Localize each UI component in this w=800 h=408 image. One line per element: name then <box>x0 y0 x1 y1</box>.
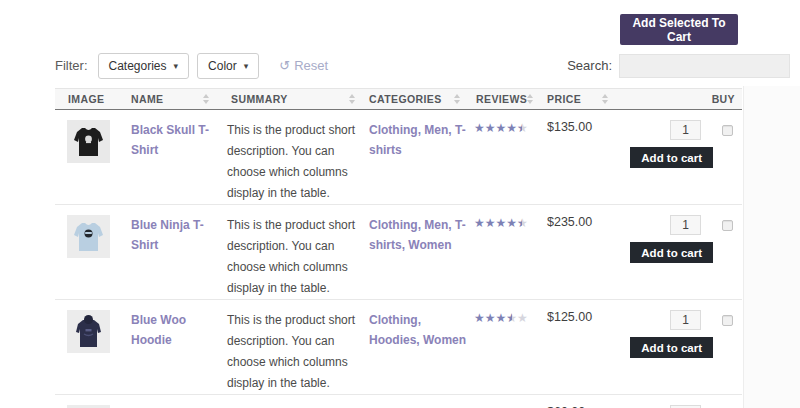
product-categories-links[interactable]: Clothing, Men, T-shirts, Women <box>369 215 474 255</box>
product-summary: This is the product short description. Y… <box>223 110 369 204</box>
image-cell <box>55 300 119 353</box>
product-price: $60.00 <box>547 395 622 408</box>
add-to-cart-button[interactable]: Add to cart <box>630 337 713 358</box>
select-product-checkbox[interactable] <box>722 220 733 231</box>
product-table: IMAGE NAME SUMMARY CATEGORIES REVIEWS PR… <box>55 88 742 408</box>
star-rating: ★★★★★★ <box>474 205 547 230</box>
color-filter-label: Color <box>208 59 237 73</box>
chevron-down-icon: ▾ <box>174 61 179 71</box>
search-label: Search: <box>567 58 612 73</box>
search-input[interactable] <box>619 54 790 78</box>
column-header-summary[interactable]: SUMMARY <box>223 93 369 105</box>
column-header-price[interactable]: PRICE <box>547 93 622 105</box>
categories-filter-label: Categories <box>109 59 167 73</box>
buy-cell: Add to cart <box>622 300 742 358</box>
product-name-link[interactable]: Blue Ninja T-Shirt <box>119 215 223 255</box>
column-header-categories[interactable]: CATEGORIES <box>369 93 474 105</box>
column-header-reviews[interactable]: REVIEWS <box>474 93 547 105</box>
product-summary: This is the product short description. Y… <box>223 300 369 394</box>
black-skull-t-shirt-thumbnail[interactable] <box>67 120 110 163</box>
blue-woo-hoodie-thumbnail[interactable] <box>67 310 110 353</box>
table-toolbar: Filter: Categories ▾ Color ▾ ↺ Reset Sea… <box>55 52 790 79</box>
column-header-image: IMAGE <box>55 93 119 105</box>
color-filter-dropdown[interactable]: Color ▾ <box>197 53 259 79</box>
product-price: $125.00 <box>547 300 622 324</box>
image-cell <box>55 205 119 258</box>
product-name-link[interactable]: Black Skull T-Shirt <box>119 120 223 160</box>
reset-filters-link[interactable]: ↺ Reset <box>279 58 328 73</box>
product-categories-links[interactable]: Clothing, Hoodies, Women <box>369 310 474 350</box>
star-rating: ★★★★★★ <box>474 395 547 408</box>
page-right-gutter <box>743 86 800 408</box>
product-name-link[interactable]: Blue Woo Hoodie <box>119 310 223 350</box>
add-selected-to-cart-button[interactable]: Add Selected To Cart <box>620 14 738 45</box>
product-summary: This is the product short description. Y… <box>223 395 369 408</box>
reset-label: Reset <box>294 58 328 73</box>
add-to-cart-button[interactable]: Add to cart <box>630 147 713 168</box>
sort-icon[interactable] <box>203 94 209 104</box>
table-row: Blue Woo Hoodie This is the product shor… <box>55 300 742 395</box>
quantity-input[interactable] <box>670 120 701 140</box>
add-to-cart-button[interactable]: Add to cart <box>630 242 713 263</box>
product-table-page: Add Selected To Cart Filter: Categories … <box>0 0 800 408</box>
sort-icon[interactable] <box>454 94 460 104</box>
buy-cell: Add to cart <box>622 110 742 168</box>
chevron-down-icon: ▾ <box>244 61 249 71</box>
star-rating: ★★★★★★ <box>474 300 547 325</box>
column-header-buy: BUY <box>622 93 742 105</box>
sort-icon[interactable] <box>602 94 608 104</box>
table-row: Black Skull T-Shirt This is the product … <box>55 110 742 205</box>
quantity-input[interactable] <box>670 310 701 330</box>
product-summary: This is the product short description. Y… <box>223 205 369 299</box>
categories-filter-dropdown[interactable]: Categories ▾ <box>98 53 190 79</box>
table-row: WOO Blue Woo Poster This is the product … <box>55 395 742 408</box>
sort-icon[interactable] <box>349 94 355 104</box>
quantity-input[interactable] <box>670 215 701 235</box>
table-header-row: IMAGE NAME SUMMARY CATEGORIES REVIEWS PR… <box>55 88 742 110</box>
product-price: $235.00 <box>547 205 622 229</box>
table-row: Blue Ninja T-Shirt This is the product s… <box>55 205 742 300</box>
column-header-name[interactable]: NAME <box>119 93 223 105</box>
star-rating: ★★★★★★ <box>474 110 547 135</box>
image-cell: WOO <box>55 395 119 408</box>
reset-icon: ↺ <box>279 58 290 73</box>
filter-label: Filter: <box>55 58 88 73</box>
blue-ninja-t-shirt-thumbnail[interactable] <box>67 215 110 258</box>
product-categories-links[interactable]: Clothing, Men, T-shirts <box>369 120 474 160</box>
product-price: $135.00 <box>547 110 622 134</box>
image-cell <box>55 110 119 163</box>
buy-cell: Add to cart <box>622 205 742 263</box>
select-product-checkbox[interactable] <box>722 125 733 136</box>
select-product-checkbox[interactable] <box>722 315 733 326</box>
buy-cell: Add to cart <box>622 395 742 408</box>
sort-icon[interactable] <box>527 94 533 104</box>
